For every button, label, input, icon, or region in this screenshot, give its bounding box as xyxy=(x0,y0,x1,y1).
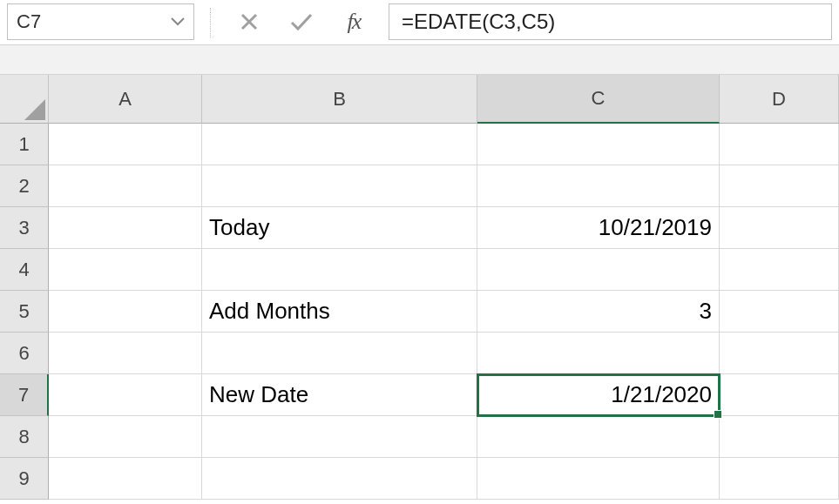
formula-bar: C7 fx =EDATE(C3,C5) xyxy=(0,0,839,45)
cell-B5[interactable]: Add Months xyxy=(202,291,477,333)
name-box[interactable]: C7 xyxy=(7,3,194,40)
cell-B1[interactable] xyxy=(202,124,477,165)
row-header-3[interactable]: 3 xyxy=(0,207,49,249)
chevron-down-icon[interactable] xyxy=(171,17,185,26)
cell-D6[interactable] xyxy=(720,333,839,374)
cell-D4[interactable] xyxy=(720,249,839,291)
cell-A1[interactable] xyxy=(49,124,202,165)
row-header-2[interactable]: 2 xyxy=(0,165,49,207)
cell-C7[interactable]: 1/21/2020 xyxy=(477,374,720,416)
row-header-5[interactable]: 5 xyxy=(0,291,49,333)
cell-A2[interactable] xyxy=(49,165,202,207)
cell-B2[interactable] xyxy=(202,165,477,207)
cell-C5[interactable]: 3 xyxy=(477,291,720,333)
row-header-4[interactable]: 4 xyxy=(0,249,49,291)
enter-button[interactable] xyxy=(275,3,328,40)
cell-D1[interactable] xyxy=(720,124,839,165)
grid-spacer xyxy=(0,45,839,75)
cell-C4[interactable] xyxy=(477,249,720,291)
cell-B3[interactable]: Today xyxy=(202,207,477,249)
row-header-9[interactable]: 9 xyxy=(0,458,49,500)
cell-B6[interactable] xyxy=(202,333,477,374)
row-header-8[interactable]: 8 xyxy=(0,416,49,458)
cell-C1[interactable] xyxy=(477,124,720,165)
cell-D9[interactable] xyxy=(720,458,839,500)
column-header-D[interactable]: D xyxy=(720,75,839,124)
cell-A6[interactable] xyxy=(49,333,202,374)
column-header-A[interactable]: A xyxy=(49,75,202,124)
cell-C6[interactable] xyxy=(477,333,720,374)
name-box-value: C7 xyxy=(17,10,41,33)
cell-B8[interactable] xyxy=(202,416,477,458)
cell-A8[interactable] xyxy=(49,416,202,458)
select-all-corner[interactable] xyxy=(0,75,49,124)
row-header-7[interactable]: 7 xyxy=(0,374,49,416)
cancel-button[interactable] xyxy=(223,3,275,40)
cell-A4[interactable] xyxy=(49,249,202,291)
cell-D5[interactable] xyxy=(720,291,839,333)
cell-B7[interactable]: New Date xyxy=(202,374,477,416)
fx-icon: fx xyxy=(348,9,361,35)
formula-text: =EDATE(C3,C5) xyxy=(402,10,555,34)
cell-D2[interactable] xyxy=(720,165,839,207)
cell-B9[interactable] xyxy=(202,458,477,500)
cell-B4[interactable] xyxy=(202,249,477,291)
cell-D8[interactable] xyxy=(720,416,839,458)
cell-A5[interactable] xyxy=(49,291,202,333)
cell-C2[interactable] xyxy=(477,165,720,207)
column-header-B[interactable]: B xyxy=(202,75,477,124)
cell-C8[interactable] xyxy=(477,416,720,458)
cell-D3[interactable] xyxy=(720,207,839,249)
cell-A3[interactable] xyxy=(49,207,202,249)
cell-D7[interactable] xyxy=(720,374,839,416)
formula-input[interactable]: =EDATE(C3,C5) xyxy=(389,3,832,40)
cell-A7[interactable] xyxy=(49,374,202,416)
cell-C9[interactable] xyxy=(477,458,720,500)
row-header-1[interactable]: 1 xyxy=(0,124,49,165)
spreadsheet-grid: A B C D 1 2 3 Today 10/21/2019 4 5 Add M… xyxy=(0,75,839,500)
row-header-6[interactable]: 6 xyxy=(0,333,49,374)
cell-A9[interactable] xyxy=(49,458,202,500)
divider xyxy=(210,8,211,37)
cell-C3[interactable]: 10/21/2019 xyxy=(477,207,720,249)
column-header-C[interactable]: C xyxy=(477,75,720,124)
insert-function-button[interactable]: fx xyxy=(328,3,380,40)
